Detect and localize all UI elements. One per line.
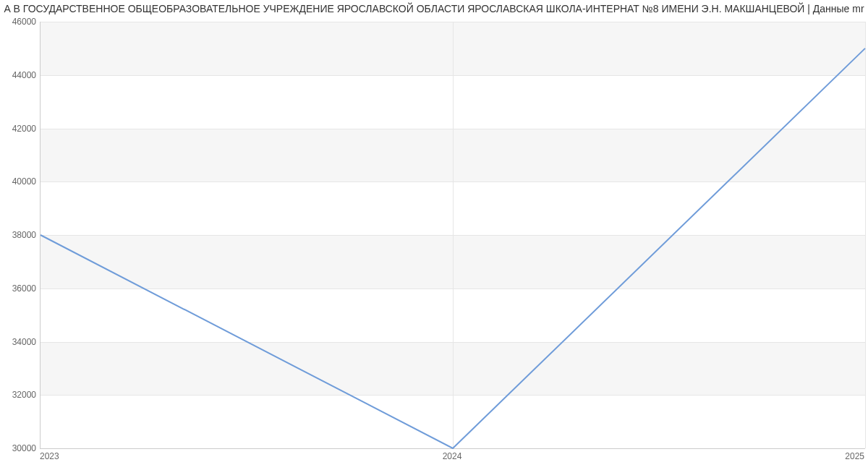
plot-area [40,22,865,449]
x-tick-label: 2024 [443,451,462,461]
y-tick-label: 34000 [4,337,36,347]
chart-title: А В ГОСУДАРСТВЕННОЕ ОБЩЕОБРАЗОВАТЕЛЬНОЕ … [0,3,868,14]
x-tick-label: 2023 [40,451,59,461]
y-tick-label: 44000 [4,70,36,80]
vgridline [865,22,866,448]
y-tick-label: 36000 [4,283,36,294]
y-tick-label: 46000 [4,17,36,27]
x-tick-label: 2025 [845,451,864,461]
y-tick-label: 30000 [4,443,36,453]
y-tick-label: 42000 [4,124,36,134]
y-tick-label: 40000 [4,176,36,187]
y-tick-label: 32000 [4,390,36,400]
data-line [41,22,865,448]
y-tick-label: 38000 [4,230,36,240]
line-chart: А В ГОСУДАРСТВЕННОЕ ОБЩЕОБРАЗОВАТЕЛЬНОЕ … [0,0,868,470]
